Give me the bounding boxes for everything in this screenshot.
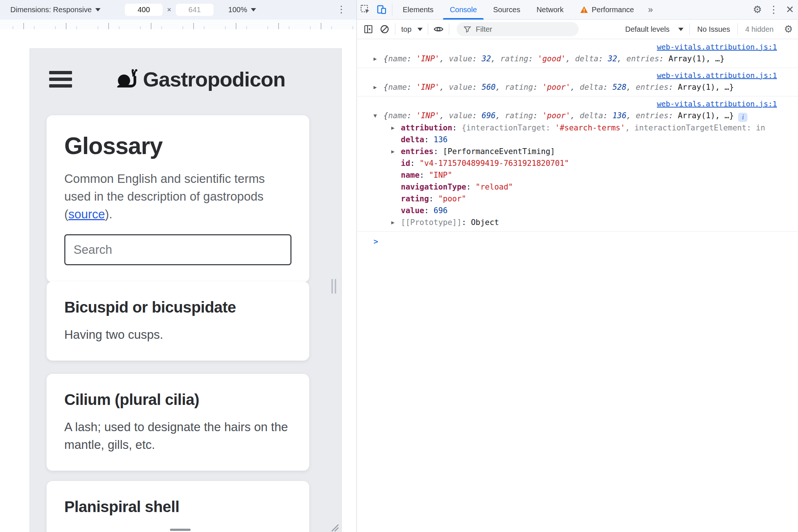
source-link[interactable]: web-vitals.attribution.js:1: [657, 99, 777, 108]
device-toolbar-menu-button[interactable]: ⋮: [337, 4, 346, 15]
property-row: rating: "poor": [357, 193, 798, 205]
property-row: name: "INP": [357, 169, 798, 181]
property-name: attribution: [401, 123, 452, 132]
property-row: ▶ entries: [PerformanceEventTiming]: [357, 146, 798, 157]
expand-arrow-icon[interactable]: ▶: [391, 122, 395, 134]
glossary-entry-card: Cilium (plural cilia) A lash; used to de…: [47, 374, 309, 471]
issues-counter[interactable]: No Issues: [692, 25, 735, 34]
viewport-resize-handle-right[interactable]: [331, 279, 337, 294]
console-entry: web-vitals.attribution.js:1 ▶ {name: 'IN…: [357, 68, 798, 96]
tab-performance-label: Performance: [592, 6, 634, 14]
info-icon[interactable]: i: [738, 113, 747, 122]
warning-icon: [580, 6, 588, 13]
glossary-entry-card: Bicuspid or bicuspidate Having two cusps…: [47, 282, 309, 361]
expand-arrow-icon[interactable]: ▼: [374, 110, 377, 122]
tab-console[interactable]: Console: [441, 0, 485, 20]
property-row: ▶ [[Prototype]]: Object: [357, 216, 798, 228]
brand-title: Gastropodicon: [143, 67, 285, 92]
property-name: value: [401, 206, 424, 215]
glossary-title: Glossary: [64, 132, 291, 160]
console-settings-gear-icon[interactable]: ⚙: [779, 23, 798, 35]
more-tabs-button[interactable]: »: [642, 4, 659, 15]
zoom-select[interactable]: 100%: [228, 6, 247, 14]
property-name: name: [401, 171, 420, 180]
entry-title: Planispiral shell: [64, 498, 291, 516]
source-link[interactable]: web-vitals.attribution.js:1: [657, 42, 777, 51]
console-messages: web-vitals.attribution.js:1 ▶ {name: 'IN…: [357, 40, 798, 532]
snail-icon: [116, 65, 140, 92]
viewport-height-input[interactable]: 641: [176, 4, 214, 16]
source-link[interactable]: web-vitals.attribution.js:1: [657, 71, 777, 80]
viewport-width-input[interactable]: 400: [125, 4, 163, 16]
tab-sources[interactable]: Sources: [485, 0, 528, 20]
glossary-entry-card: Planispiral shell: [47, 481, 309, 532]
toggle-device-toolbar-icon[interactable]: [374, 1, 390, 18]
property-name: entries: [401, 147, 434, 156]
property-row: delta: 136: [357, 134, 798, 146]
tab-performance[interactable]: Performance: [572, 0, 642, 20]
object-preview: ▶ {name: 'INP', value: 32, rating: 'good…: [357, 53, 798, 65]
clear-console-icon[interactable]: [376, 21, 393, 37]
property-name: rating: [401, 194, 429, 203]
hamburger-menu-button[interactable]: [49, 71, 72, 88]
hidden-messages-count[interactable]: 4 hidden: [740, 25, 779, 34]
device-viewport: Gastropodicon Glossary Common English an…: [30, 48, 342, 532]
console-entry: web-vitals.attribution.js:1 ▶ {name: 'IN…: [357, 40, 798, 68]
dimensions-times-label: ×: [167, 6, 171, 14]
expand-arrow-icon[interactable]: ▶: [391, 146, 395, 157]
console-toolbar: top Filter Default levels No Issues 4 hi…: [357, 20, 798, 39]
dimensions-select[interactable]: Dimensions: Responsive: [10, 6, 92, 14]
prompt-chevron-icon: >: [374, 237, 378, 246]
glossary-description-end: ).: [105, 207, 112, 221]
entry-body: A lash; used to designate the hairs on t…: [64, 418, 291, 454]
inspect-element-icon[interactable]: [357, 1, 374, 18]
site-logo: Gastropodicon: [116, 65, 285, 92]
entry-title: Cilium (plural cilia): [64, 391, 291, 409]
devtools-menu-icon[interactable]: ⋮: [765, 4, 782, 16]
property-name: navigationType: [401, 183, 466, 191]
object-preview: ▶ {name: 'INP', value: 560, rating: 'poo…: [357, 81, 798, 93]
expand-arrow-icon[interactable]: ▶: [374, 53, 377, 65]
tab-network[interactable]: Network: [528, 0, 572, 20]
context-selector[interactable]: top: [401, 25, 412, 34]
glossary-description: Common English and scientific terms used…: [64, 170, 291, 223]
console-prompt[interactable]: >: [357, 232, 798, 247]
property-name: id: [401, 159, 410, 168]
tab-elements[interactable]: Elements: [395, 0, 441, 20]
log-levels-select[interactable]: Default levels: [620, 25, 675, 34]
search-input[interactable]: [64, 234, 291, 265]
devtools-tabbar: Elements Console Sources Network Perform…: [357, 0, 798, 20]
viewport-stage: Gastropodicon Glossary Common English an…: [0, 29, 357, 532]
property-row: id: "v4-1715704899419-7631921820701": [357, 157, 798, 169]
viewport-resize-handle-bottom[interactable]: [170, 529, 191, 531]
chevron-down-icon: [678, 28, 683, 31]
devtools-pane: Elements Console Sources Network Perform…: [357, 0, 798, 532]
property-row: navigationType: "reload": [357, 181, 798, 193]
property-name: delta: [401, 135, 424, 144]
property-row: value: 696: [357, 205, 798, 216]
expand-arrow-icon[interactable]: ▶: [374, 81, 377, 93]
eye-icon[interactable]: [430, 21, 447, 37]
console-filter-input[interactable]: Filter: [457, 22, 579, 36]
filter-placeholder: Filter: [476, 25, 492, 34]
object-preview: ▼ {name: 'INP', value: 696, rating: 'poo…: [357, 110, 798, 122]
property-name: [[Prototype]]: [401, 218, 461, 227]
device-toolbar: Dimensions: Responsive 400 × 641 100% ⋮: [0, 0, 357, 20]
chevron-down-icon: [251, 8, 256, 11]
funnel-icon: [463, 25, 471, 33]
page-header: Gastropodicon: [30, 69, 341, 95]
source-link[interactable]: source: [68, 207, 105, 221]
console-sidebar-icon[interactable]: [360, 21, 376, 37]
chevron-down-icon: [95, 8, 100, 11]
viewport-resize-handle-corner[interactable]: [328, 521, 339, 532]
settings-gear-icon[interactable]: ⚙: [749, 4, 765, 16]
horizontal-ruler: [0, 20, 357, 29]
device-emulation-pane: Dimensions: Responsive 400 × 641 100% ⋮: [0, 0, 357, 532]
console-entry: web-vitals.attribution.js:1 ▼ {name: 'IN…: [357, 96, 798, 232]
chevron-down-icon: [417, 28, 423, 31]
glossary-card: Glossary Common English and scientific t…: [47, 115, 309, 282]
entry-body: Having two cusps.: [64, 326, 291, 344]
close-devtools-icon[interactable]: ✕: [782, 4, 798, 16]
expand-arrow-icon[interactable]: ▶: [391, 216, 395, 228]
property-row: ▶ attribution: {interactionTarget: '#sea…: [357, 122, 798, 134]
